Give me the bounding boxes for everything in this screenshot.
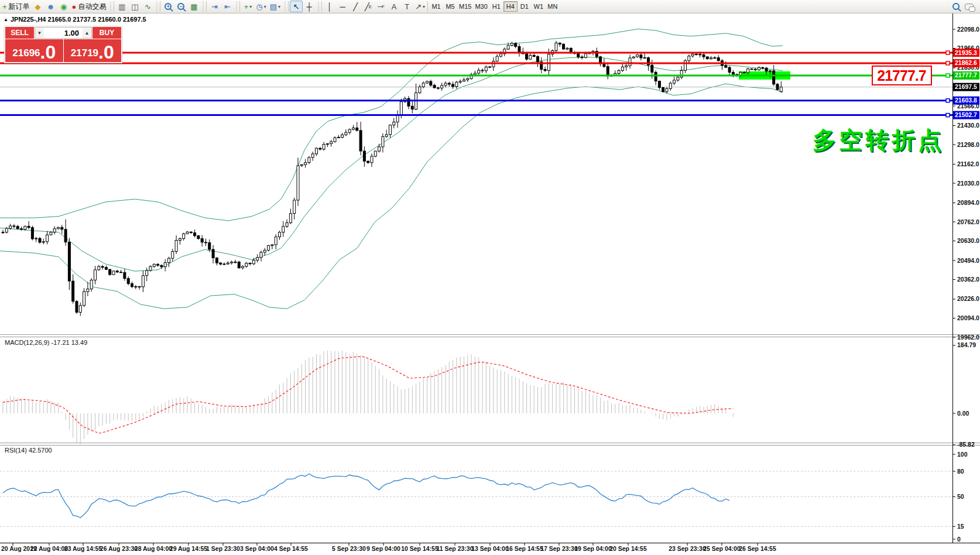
sell-button[interactable]: SELL	[5, 27, 34, 39]
candle-body	[555, 43, 557, 50]
tile-windows-icon: ▦	[190, 2, 197, 11]
cursor-button[interactable]: ↖	[290, 1, 303, 12]
zoom-out-button[interactable]: −	[174, 1, 187, 12]
candle-body	[249, 263, 251, 264]
signal-button[interactable]: ◉	[57, 1, 70, 12]
candle-body	[112, 271, 115, 275]
candle-body	[603, 64, 605, 67]
line-chart-button[interactable]: ∿	[141, 1, 154, 12]
candle-body	[500, 54, 502, 56]
time-tick-label: 19 Sep 04:00	[574, 545, 612, 552]
candle-body	[234, 262, 237, 262]
time-tick-label: 3 Sep 04:00	[240, 545, 274, 552]
candle-body	[363, 151, 365, 161]
zoom-in-icon: +	[165, 3, 172, 10]
time-tick-label: 20 Sep 14:55	[609, 545, 647, 552]
candle-body	[172, 252, 174, 259]
text-icon: A	[392, 2, 397, 11]
zoom-in-button[interactable]: +	[162, 1, 174, 12]
timeframe-button-d1[interactable]: D1	[518, 1, 532, 12]
timeframe-button-mn[interactable]: MN	[546, 1, 560, 12]
candle-body	[24, 226, 26, 229]
metaquotes-button[interactable]: ◆	[32, 1, 44, 12]
volume-input[interactable]	[44, 28, 83, 38]
candle-body	[238, 262, 240, 268]
crosshair-button[interactable]: ┼	[303, 1, 316, 12]
candle-body	[289, 214, 292, 223]
zoom-out-icon: −	[177, 3, 184, 10]
templates-button[interactable]: ▤▾	[268, 1, 282, 12]
candle-body	[186, 232, 189, 234]
toolbar-button-label: 自动交易	[78, 2, 106, 12]
axis-tick-label: 20226.0	[957, 295, 979, 302]
vertical-line-icon: │	[327, 2, 332, 11]
equidistant-channel-button[interactable]: ╱E	[362, 1, 375, 12]
candle-body	[407, 98, 410, 106]
candle-body	[618, 71, 620, 74]
community-button[interactable]: ☻	[44, 1, 57, 12]
axis-tick-label: 22098.0	[957, 26, 979, 33]
periods-button[interactable]: ◷▾	[254, 1, 268, 12]
chart-shift-button[interactable]: ⇤	[221, 1, 234, 12]
text-button[interactable]: A	[388, 1, 400, 12]
toolbar-group-handle	[235, 2, 238, 11]
chat-button[interactable]	[962, 1, 975, 12]
toolbar-button-label: 新订单	[9, 2, 30, 12]
indicators-button[interactable]: +▾	[241, 1, 254, 12]
timeframe-button-w1[interactable]: W1	[532, 1, 546, 12]
candle-body	[359, 131, 362, 151]
candle-body	[629, 58, 631, 66]
candle-body	[389, 125, 392, 135]
volume-decrease-button[interactable]: ▼	[35, 28, 44, 38]
candle-body	[684, 61, 687, 71]
candle-body	[651, 65, 653, 72]
candle-body	[16, 227, 19, 229]
horizontal-line-button[interactable]: ─	[336, 1, 349, 12]
candle-body	[352, 128, 355, 129]
search-button[interactable]	[950, 1, 962, 12]
auto-trading-button[interactable]: ●自动交易	[70, 1, 108, 12]
timeframe-button-m30[interactable]: M30	[473, 1, 489, 12]
candle-body	[688, 56, 690, 61]
trendline-button[interactable]: ╱	[349, 1, 362, 12]
timeframe-button-h1[interactable]: H1	[489, 1, 503, 12]
candle-body	[101, 266, 104, 268]
candle-body	[400, 102, 402, 115]
toolbar: +新订单◆☻◉●自动交易▥◫∿+−▦⇥⇤+▾◷▾▤▾↖┼│─╱╱E┄FAT↗▾M…	[0, 0, 980, 13]
candle-body	[120, 272, 122, 273]
timeframe-button-m15[interactable]: M15	[457, 1, 473, 12]
candle-body	[131, 284, 133, 287]
candle-body	[441, 85, 443, 88]
volume-increase-button[interactable]: ▲	[83, 28, 91, 38]
candle-body	[138, 286, 141, 287]
candle-body	[220, 263, 222, 264]
auto-scroll-button[interactable]: ⇥	[208, 1, 221, 12]
candle-body	[515, 43, 517, 47]
timeframe-button-h4[interactable]: H4	[503, 1, 518, 12]
candle-body	[754, 69, 756, 70]
sell-price[interactable]: 21696.0	[5, 39, 63, 62]
candlestick-chart-icon: ◫	[131, 2, 138, 11]
text-label-button[interactable]: T	[400, 1, 413, 12]
candle-body	[146, 270, 148, 276]
candle-body	[393, 122, 395, 125]
candle-body	[319, 148, 321, 149]
rsi-tick-label: 0	[957, 536, 961, 543]
candle-body	[382, 136, 384, 147]
new-order-button[interactable]: +新订单	[1, 1, 32, 12]
candle-body	[706, 57, 708, 59]
buy-price[interactable]: 21719.0	[64, 39, 122, 62]
arrows-button[interactable]: ↗▾	[413, 1, 427, 12]
chart-canvas[interactable]: 22098.021966.021830.021698.021566.021430…	[0, 0, 980, 555]
bar-chart-button[interactable]: ▥	[115, 1, 128, 12]
candlestick-chart-button[interactable]: ◫	[128, 1, 141, 12]
candle-body	[83, 292, 85, 306]
candle-body	[337, 137, 340, 138]
vertical-line-button[interactable]: │	[323, 1, 336, 12]
timeframe-button-m1[interactable]: M1	[429, 1, 443, 12]
fibonacci-button[interactable]: ┄F	[375, 1, 388, 12]
level-line-anchor	[946, 74, 950, 77]
timeframe-button-m5[interactable]: M5	[443, 1, 457, 12]
buy-button[interactable]: BUY	[92, 27, 121, 39]
tile-windows-button[interactable]: ▦	[187, 1, 200, 12]
